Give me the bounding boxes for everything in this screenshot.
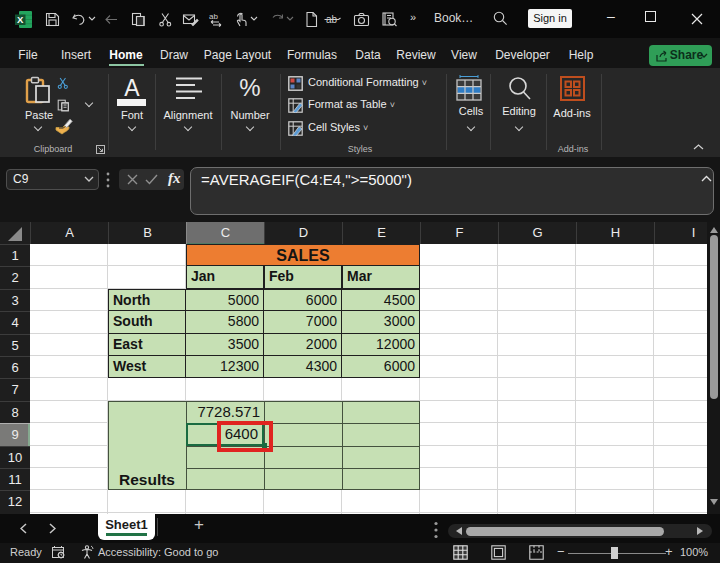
svg-text:ab: ab bbox=[209, 12, 218, 21]
svg-text:X: X bbox=[17, 14, 24, 25]
